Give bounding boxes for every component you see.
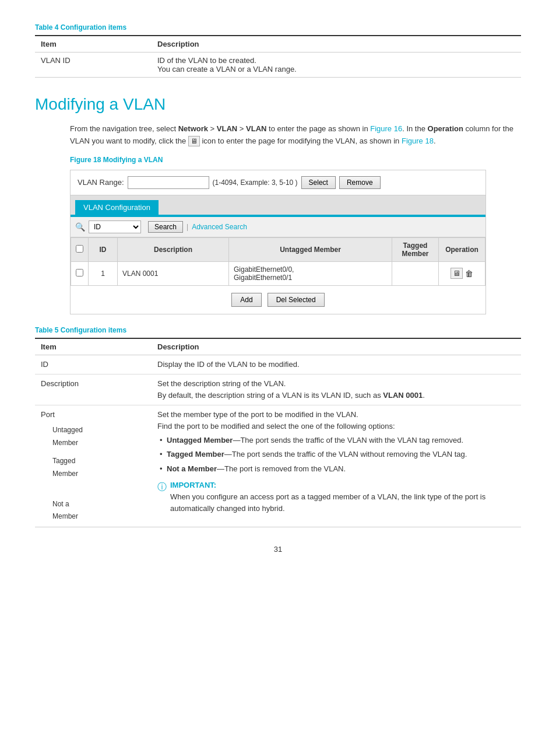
select-all-checkbox[interactable] <box>76 245 83 253</box>
advanced-search-link[interactable]: Advanced Search <box>192 223 247 231</box>
row-tagged-member <box>392 261 439 285</box>
search-field-select[interactable]: ID <box>89 220 141 233</box>
port-label: Port <box>41 409 146 421</box>
vlan-range-row: VLAN Range: (1-4094, Example: 3, 5-10 ) … <box>71 170 485 195</box>
col-untagged-member: Untagged Member <box>229 237 392 261</box>
port-sub-items: UntaggedMember TaggedMember Not aMember <box>41 424 146 523</box>
bullet-tagged-member: Tagged Member—The port sends the traffic… <box>157 449 515 460</box>
table-row: VLAN ID ID of the VLAN to be created. Yo… <box>35 52 521 78</box>
vlan-range-input[interactable] <box>128 176 209 189</box>
search-button[interactable]: Search <box>148 221 183 233</box>
page-number: 31 <box>35 545 521 554</box>
important-content: IMPORTANT: When you configure an access … <box>170 480 515 514</box>
table-row: Port UntaggedMember TaggedMember Not aMe… <box>35 405 521 527</box>
vlan-range-hint: (1-4094, Example: 3, 5-10 ) <box>213 178 298 187</box>
figure18-link[interactable]: Figure 18 <box>402 136 434 145</box>
section-title: Modifying a VLAN <box>35 95 521 114</box>
table5-desc-id: Display the ID of the VLAN to be modifie… <box>152 355 521 374</box>
important-label: IMPORTANT: <box>170 481 216 489</box>
important-icon: ⓘ <box>157 480 167 495</box>
vlan-config-tab[interactable]: VLAN Configuration <box>75 200 159 215</box>
sub-item-not-a-member: Not aMember <box>52 498 146 523</box>
port-desc-line1: Set the member type of the port to be mo… <box>157 410 358 419</box>
vlan-widget: VLAN Range: (1-4094, Example: 3, 5-10 ) … <box>70 170 486 314</box>
remove-button[interactable]: Remove <box>339 176 381 189</box>
row-operation: 🖥 🗑 <box>439 261 485 285</box>
port-bullet-list: Untagged Member—The port sends the traff… <box>157 435 515 474</box>
table4-item-vlanid: VLAN ID <box>35 52 152 78</box>
table4-desc-vlanid: ID of the VLAN to be created. You can cr… <box>152 52 521 78</box>
row-checkbox[interactable] <box>76 269 83 276</box>
search-bar: 🔍 ID Search | Advanced Search <box>71 217 485 237</box>
row-id: 1 <box>89 261 118 285</box>
table5-header-desc: Description <box>152 338 521 355</box>
table5-caption: Table 5 Configuration items <box>35 326 521 334</box>
vlan-table: ID Description Untagged Member TaggedMem… <box>71 237 485 286</box>
table-row: ID Display the ID of the VLAN to be modi… <box>35 355 521 374</box>
table5-header-item: Item <box>35 338 152 355</box>
figure16-link[interactable]: Figure 16 <box>370 124 402 133</box>
col-tagged-member: TaggedMember <box>392 237 439 261</box>
table5-item-description: Description <box>35 374 152 405</box>
del-selected-button[interactable]: Del Selected <box>268 293 325 307</box>
sub-item-tagged: TaggedMember <box>52 455 146 480</box>
search-icon: 🔍 <box>75 222 85 232</box>
table5-item-port: Port UntaggedMember TaggedMember Not aMe… <box>35 405 152 527</box>
delete-icon[interactable]: 🗑 <box>465 269 473 278</box>
col-description: Description <box>118 237 229 261</box>
row-description: VLAN 0001 <box>118 261 229 285</box>
important-text: When you configure an access port as a t… <box>170 492 485 513</box>
table4-header-item: Item <box>35 36 152 52</box>
col-checkbox <box>71 237 89 261</box>
table5-desc-port: Set the member type of the port to be mo… <box>152 405 521 527</box>
table5-wrap: Table 5 Configuration items Item Descrip… <box>35 326 521 527</box>
vlan-config-body: 🔍 ID Search | Advanced Search ID Descrip… <box>71 216 485 314</box>
table4-caption: Table 4 Configuration items <box>35 23 521 32</box>
bullet-not-a-member: Not a Member—The port is removed from th… <box>157 463 515 475</box>
figure18-caption: Figure 18 Modifying a VLAN <box>35 156 521 164</box>
sub-item-untagged: UntaggedMember <box>52 424 146 449</box>
table4-header-desc: Description <box>152 36 521 52</box>
table-row: Description Set the description string o… <box>35 374 521 405</box>
edit-icon[interactable]: 🖥 <box>451 268 463 279</box>
col-id: ID <box>89 237 118 261</box>
table5: Item Description ID Display the ID of th… <box>35 338 521 527</box>
vlan-range-label: VLAN Range: <box>78 178 124 187</box>
col-operation: Operation <box>439 237 485 261</box>
important-box: ⓘ IMPORTANT: When you configure an acces… <box>157 480 515 514</box>
add-button[interactable]: Add <box>231 293 261 307</box>
section-body: From the navigation tree, select Network… <box>35 123 521 148</box>
separator: | <box>186 223 188 231</box>
table4: Item Description VLAN ID ID of the VLAN … <box>35 35 521 78</box>
bullet-untagged-member: Untagged Member—The port sends the traff… <box>157 435 515 446</box>
table5-desc-description: Set the description string of the VLAN. … <box>152 374 521 405</box>
action-row: Add Del Selected <box>71 286 485 314</box>
row-untagged-member: GigabitEthernet0/0,GigabitEthernet0/1 <box>229 261 392 285</box>
table5-item-id: ID <box>35 355 152 374</box>
row-checkbox-cell <box>71 261 89 285</box>
select-button[interactable]: Select <box>301 176 336 189</box>
port-desc-line2: Find the port to be modified and select … <box>157 422 395 430</box>
table-row: 1 VLAN 0001 GigabitEthernet0/0,GigabitEt… <box>71 261 485 285</box>
